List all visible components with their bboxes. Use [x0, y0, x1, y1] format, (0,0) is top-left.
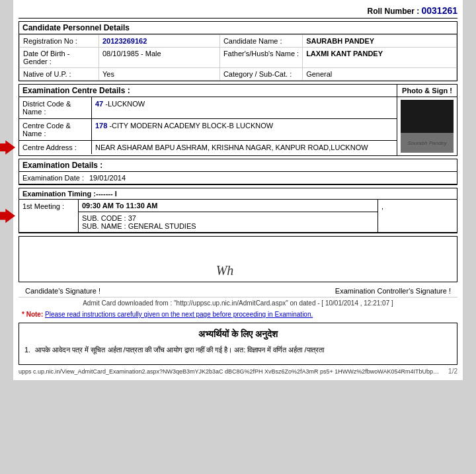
bottom-section: अभ्यर्थियों के लिए अनुदेश 1. आपके आवेदन …	[19, 323, 457, 365]
photo-sign-section: Photo & Sign ! Sourabh Pandey	[397, 85, 457, 155]
table-row: Date Of Birth -Gender : 08/10/1985 - Mal…	[20, 48, 457, 68]
dob-label: Date Of Birth -Gender :	[20, 48, 99, 68]
candidate-photo: Sourabh Pandey	[401, 100, 454, 153]
red-arrow-icon	[0, 139, 15, 155]
reg-label: Registration No :	[20, 35, 99, 48]
centre-details-left: Examination Centre Details : District Co…	[19, 85, 397, 155]
table-row: Registration No : 20123269162 Candidate …	[20, 35, 457, 48]
candidate-sig-label: Candidate's Signature !	[25, 287, 100, 295]
roll-number-header: Roll Number : 0031261	[19, 5, 457, 19]
centre-code: 178	[95, 122, 107, 130]
district-name: -LUCKNOW	[105, 100, 145, 108]
native-label: Native of U.P. :	[20, 68, 99, 81]
exam-details-section: Examination Details : Examination Date :…	[19, 159, 457, 185]
cat-label: Category / Sub-Cat. :	[219, 68, 302, 81]
note-line: * Note: Please read instructions careful…	[19, 309, 457, 320]
exam-timing-section: Examination Timing :------- I 1st Meetin…	[19, 188, 457, 233]
native-value: Yes	[99, 68, 220, 81]
controller-signature: Wh	[216, 263, 234, 278]
item1-num: 1.	[24, 346, 30, 354]
address-label: Centre Address :	[19, 141, 92, 154]
father-value: LAXMI KANT PANDEY	[303, 48, 457, 68]
footer: upps c.up.nic.in/View_AdmitCard_Examinat…	[19, 368, 457, 375]
note-prefix: * Note:	[22, 311, 43, 318]
centre-section-title: Examination Centre Details :	[19, 85, 397, 97]
bottom-item-1: 1. आपके आवेदन पत्र में सूचित अर्हता /पात…	[24, 345, 452, 355]
candidate-info-table: Registration No : 20123269162 Candidate …	[19, 34, 457, 81]
district-value: 47 -LUCKNOW	[92, 97, 397, 118]
district-code: 47	[95, 100, 103, 108]
centre-address-row: Centre Address : NEAR ASHARAM BAPU ASHRA…	[19, 141, 397, 154]
district-label: District Code & Name :	[19, 97, 92, 118]
exam-date-row: Examination Date : 19/01/2014	[19, 172, 457, 184]
sig-labels-row: Candidate's Signature ! Examination Cont…	[19, 285, 457, 297]
sub-code: SUB. CODE : 37	[82, 214, 374, 222]
address-value: NEAR ASHARAM BAPU ASHRAM, KRISHNA NAGAR,…	[92, 141, 397, 154]
cand-name-value: SAURABH PANDEY	[303, 35, 457, 48]
photo-name: Sourabh Pandey	[407, 140, 447, 146]
sub-name: SUB. NAME : GENERAL STUDIES	[82, 222, 374, 230]
meeting-time: 09:30 AM To 11:30 AM	[79, 200, 377, 212]
arrow-meeting	[0, 208, 15, 224]
bottom-title: अभ्यर्थियों के लिए अनुदेश	[24, 329, 452, 340]
centre-section: Examination Centre Details : District Co…	[19, 84, 457, 156]
cand-name-label: Candidate Name :	[219, 35, 302, 48]
reg-value: 20123269162	[99, 35, 220, 48]
item1-text: आपके आवेदन पत्र में सूचित अर्हता /पात्रत…	[35, 346, 323, 354]
centre-name: -CITY MODERN ACADEMY BLOCK-B LUCKNOW	[109, 122, 273, 130]
page-number: 1/2	[448, 368, 457, 375]
arrow-address	[0, 139, 15, 155]
cat-value: General	[303, 68, 457, 81]
candidate-section: Candidate Personnel Details Registration…	[19, 21, 457, 81]
meeting-row: 1st Meeting : 09:30 AM To 11:30 AM SUB. …	[19, 200, 457, 233]
meeting-label: 1st Meeting :	[19, 200, 79, 232]
photo-name-overlay: Sourabh Pandey	[401, 133, 454, 153]
note-text[interactable]: Please read instructions carefully given…	[45, 311, 313, 318]
table-row: Native of U.P. : Yes Category / Sub-Cat.…	[20, 68, 457, 81]
timing-title: Examination Timing :------- I	[19, 188, 457, 200]
photo-sign-label: Photo & Sign !	[397, 85, 457, 97]
dob-value: 08/10/1985 - Male	[99, 48, 220, 68]
controller-sig-label: Examination Controller's Signature !	[335, 287, 451, 295]
centre-code-row: Centre Code & Name : 178 -CITY MODERN AC…	[19, 119, 397, 141]
roll-value: 0031261	[421, 5, 457, 16]
roll-label: Roll Number :	[367, 7, 419, 16]
footer-url: upps c.up.nic.in/View_AdmitCard_Examinat…	[19, 368, 442, 375]
centre-code-value: 178 -CITY MODERN ACADEMY BLOCK-B LUCKNOW	[92, 119, 397, 140]
exam-date-value: 19/01/2014	[89, 174, 126, 182]
father-label: Father's/Husb's Name :	[219, 48, 302, 68]
red-arrow-meeting-icon	[0, 208, 15, 224]
signature-section: Wh	[19, 236, 457, 282]
exam-details-title: Examination Details :	[19, 159, 457, 172]
meeting-right-col: ,	[377, 200, 457, 232]
exam-date-label: Examination Date :	[22, 174, 84, 182]
meeting-content: 09:30 AM To 11:30 AM SUB. CODE : 37 SUB.…	[79, 200, 377, 232]
centre-code-label: Centre Code & Name :	[19, 119, 92, 140]
meeting-subs: SUB. CODE : 37 SUB. NAME : GENERAL STUDI…	[79, 212, 377, 232]
candidate-section-title: Candidate Personnel Details	[19, 22, 457, 34]
admit-card-url: Admit Card downloaded from : "http://upp…	[19, 297, 457, 309]
district-row: District Code & Name : 47 -LUCKNOW	[19, 97, 397, 119]
